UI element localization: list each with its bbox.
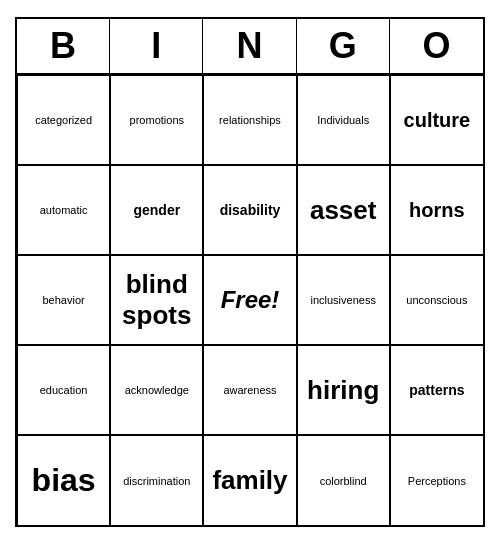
header-letter: N <box>203 19 296 73</box>
bingo-grid: categorizedpromotionsrelationshipsIndivi… <box>17 75 483 525</box>
bingo-cell: hiring <box>297 345 390 435</box>
bingo-cell: Free! <box>203 255 296 345</box>
bingo-cell: discrimination <box>110 435 203 525</box>
header-letter: G <box>297 19 390 73</box>
bingo-cell: acknowledge <box>110 345 203 435</box>
header-letter: I <box>110 19 203 73</box>
bingo-cell: gender <box>110 165 203 255</box>
bingo-cell: family <box>203 435 296 525</box>
header-letter: O <box>390 19 483 73</box>
bingo-cell: unconscious <box>390 255 483 345</box>
bingo-cell: automatic <box>17 165 110 255</box>
bingo-cell: horns <box>390 165 483 255</box>
bingo-cell: asset <box>297 165 390 255</box>
bingo-card: BINGO categorizedpromotionsrelationships… <box>15 17 485 527</box>
bingo-cell: bias <box>17 435 110 525</box>
bingo-cell: colorblind <box>297 435 390 525</box>
bingo-cell: relationships <box>203 75 296 165</box>
bingo-cell: blind spots <box>110 255 203 345</box>
bingo-cell: education <box>17 345 110 435</box>
bingo-cell: patterns <box>390 345 483 435</box>
bingo-cell: disability <box>203 165 296 255</box>
bingo-cell: categorized <box>17 75 110 165</box>
bingo-header: BINGO <box>17 19 483 75</box>
bingo-cell: Individuals <box>297 75 390 165</box>
bingo-cell: behavior <box>17 255 110 345</box>
bingo-cell: culture <box>390 75 483 165</box>
bingo-cell: inclusiveness <box>297 255 390 345</box>
header-letter: B <box>17 19 110 73</box>
bingo-cell: promotions <box>110 75 203 165</box>
bingo-cell: awareness <box>203 345 296 435</box>
bingo-cell: Perceptions <box>390 435 483 525</box>
